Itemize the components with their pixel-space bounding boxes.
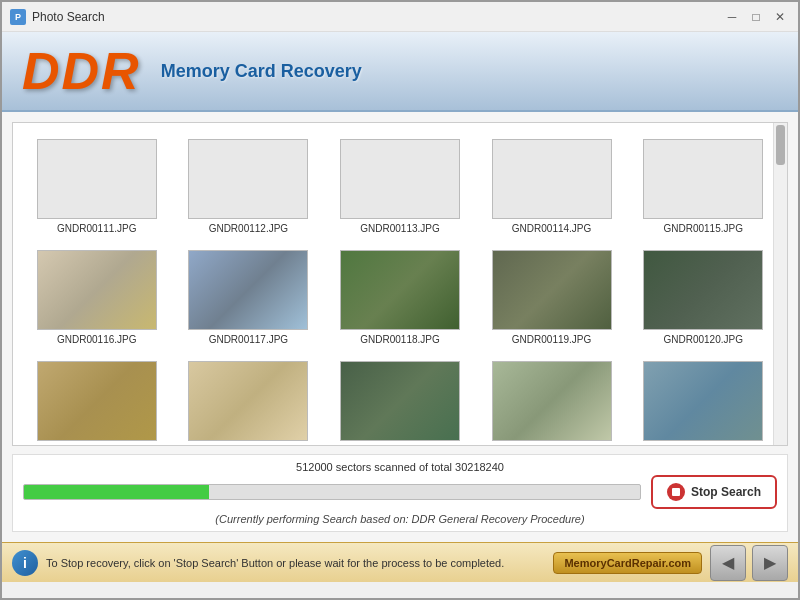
photo-label: GNDR00117.JPG — [209, 334, 288, 345]
photo-label: GNDR00120.JPG — [663, 334, 742, 345]
photo-label: GNDR00113.JPG — [360, 223, 439, 234]
photo-thumbnail — [340, 361, 460, 441]
app-subtitle: Memory Card Recovery — [161, 61, 362, 82]
photo-thumbnail — [37, 139, 157, 219]
progress-bar-fill — [24, 485, 209, 499]
photo-cell[interactable]: GNDR00121.JPG — [21, 353, 173, 445]
close-button[interactable]: ✕ — [770, 7, 790, 27]
photo-label: GNDR00112.JPG — [209, 223, 288, 234]
photo-cell[interactable]: GNDR00122.JPG — [173, 353, 325, 445]
status-bar: i To Stop recovery, click on 'Stop Searc… — [2, 542, 798, 582]
photo-thumbnail — [492, 139, 612, 219]
photo-thumbnail — [188, 139, 308, 219]
stop-label: Stop Search — [691, 485, 761, 499]
photo-thumbnail — [643, 250, 763, 330]
photo-grid: GNDR00111.JPGGNDR00112.JPGGNDR00113.JPGG… — [13, 123, 787, 445]
photo-label: GNDR00116.JPG — [57, 334, 136, 345]
ddr-logo: DDR — [22, 45, 141, 97]
photo-thumbnail — [643, 139, 763, 219]
photo-thumbnail — [492, 361, 612, 441]
prev-button[interactable]: ◀ — [710, 545, 746, 581]
stop-search-button[interactable]: Stop Search — [651, 475, 777, 509]
photo-thumbnail — [37, 361, 157, 441]
window-title: Photo Search — [32, 10, 722, 24]
status-text: To Stop recovery, click on 'Stop Search'… — [46, 557, 545, 569]
sectors-text: 512000 sectors scanned of total 30218240 — [23, 461, 777, 473]
website-badge: MemoryCardRepair.com — [553, 552, 702, 574]
nav-buttons: ◀ ▶ — [710, 545, 788, 581]
photo-grid-container: GNDR00111.JPGGNDR00112.JPGGNDR00113.JPGG… — [12, 122, 788, 446]
photo-cell[interactable]: GNDR00111.JPG — [21, 131, 173, 242]
title-bar: P Photo Search ─ □ ✕ — [2, 2, 798, 32]
progress-row: Stop Search — [23, 475, 777, 509]
photo-thumbnail — [340, 139, 460, 219]
photo-label: GNDR00115.JPG — [663, 223, 742, 234]
photo-cell[interactable]: GNDR00120.JPG — [627, 242, 779, 353]
photo-thumbnail — [188, 250, 308, 330]
app-header: DDR Memory Card Recovery — [2, 32, 798, 112]
progress-bar-container — [23, 484, 641, 500]
photo-cell[interactable]: GNDR00119.JPG — [476, 242, 628, 353]
photo-label: GNDR00114.JPG — [512, 223, 591, 234]
minimize-button[interactable]: ─ — [722, 7, 742, 27]
stop-icon — [667, 483, 685, 501]
photo-thumbnail — [340, 250, 460, 330]
scrollbar-thumb[interactable] — [776, 125, 785, 165]
photo-label: GNDR00119.JPG — [512, 334, 591, 345]
photo-cell[interactable]: GNDR00114.JPG — [476, 131, 628, 242]
next-button[interactable]: ▶ — [752, 545, 788, 581]
scrollbar-track[interactable] — [773, 123, 787, 445]
photo-cell[interactable]: GNDR00116.JPG — [21, 242, 173, 353]
photo-cell[interactable]: GNDR00115.JPG — [627, 131, 779, 242]
window-controls: ─ □ ✕ — [722, 7, 790, 27]
main-content: GNDR00111.JPGGNDR00112.JPGGNDR00113.JPGG… — [2, 112, 798, 542]
photo-label: GNDR00111.JPG — [57, 223, 136, 234]
photo-cell[interactable]: GNDR00124.JPG — [476, 353, 628, 445]
photo-cell[interactable]: GNDR00125.JPG — [627, 353, 779, 445]
photo-cell[interactable]: GNDR00118.JPG — [324, 242, 476, 353]
subtitle-text: Memory Card Recovery — [161, 61, 362, 81]
photo-cell[interactable]: GNDR00123.JPG — [324, 353, 476, 445]
photo-cell[interactable]: GNDR00113.JPG — [324, 131, 476, 242]
info-icon: i — [12, 550, 38, 576]
photo-cell[interactable]: GNDR00117.JPG — [173, 242, 325, 353]
photo-thumbnail — [643, 361, 763, 441]
app-icon: P — [10, 9, 26, 25]
photo-label: GNDR00118.JPG — [360, 334, 439, 345]
maximize-button[interactable]: □ — [746, 7, 766, 27]
progress-area: 512000 sectors scanned of total 30218240… — [12, 454, 788, 532]
photo-thumbnail — [37, 250, 157, 330]
stop-icon-inner — [672, 488, 680, 496]
photo-thumbnail — [492, 250, 612, 330]
scanning-text: (Currently performing Search based on: D… — [23, 513, 777, 525]
photo-cell[interactable]: GNDR00112.JPG — [173, 131, 325, 242]
photo-thumbnail — [188, 361, 308, 441]
